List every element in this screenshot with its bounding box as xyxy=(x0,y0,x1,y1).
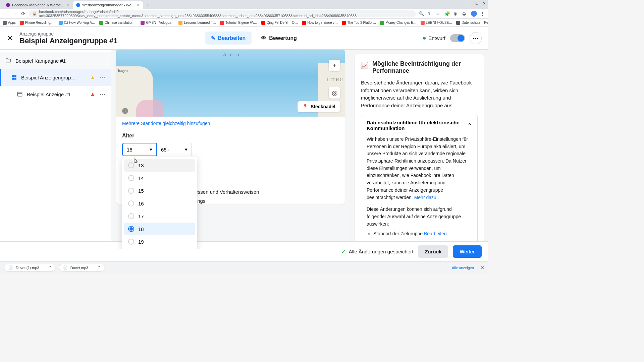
bookmark-item[interactable]: Qing Fei De Yi – O… xyxy=(261,21,298,25)
zoom-in-button[interactable]: + xyxy=(329,60,340,71)
svg-rect-2 xyxy=(12,78,14,80)
main-form: S e a hagen LITHU + ◎ 📍 Stecknadel i Meh… xyxy=(111,50,350,249)
age-option[interactable]: 18 xyxy=(124,223,195,235)
bookmark-item[interactable]: Phone Recycling,… xyxy=(20,21,55,25)
bookmark-item[interactable]: LEE 'S HOUSE… xyxy=(421,21,452,25)
close-icon[interactable]: × xyxy=(66,3,69,7)
age-option[interactable]: 17 xyxy=(124,210,195,223)
bookmark-item[interactable]: (1) How Working A… xyxy=(59,21,95,25)
extension-icon[interactable]: ◉ xyxy=(453,11,459,16)
mode-tabs: ✎ Bearbeiten 👁 Bewertung xyxy=(205,32,303,45)
page-subtitle: Anzeigengruppe xyxy=(19,31,118,37)
map-sea-label: S e a xyxy=(223,52,240,58)
chevron-down-icon: ▾ xyxy=(150,146,152,153)
tab-edit[interactable]: ✎ Bearbeiten xyxy=(205,32,252,45)
profile-avatar[interactable] xyxy=(471,11,477,17)
minimize-icon[interactable]: — xyxy=(468,1,471,6)
tree-item-adset[interactable]: Beispiel Anzeigengrup… ▲ ⋯ xyxy=(0,69,111,86)
back-button[interactable]: Zurück xyxy=(418,245,448,258)
bookmark-item[interactable]: Datenschutz – Re… xyxy=(456,21,488,25)
obscured-text: teressen und Verhaltensweisen xyxy=(183,189,345,195)
age-max-select[interactable]: 65+ ▾ xyxy=(157,143,192,156)
chevron-up-icon[interactable]: ⌃ xyxy=(49,265,52,270)
age-option[interactable]: 14 xyxy=(124,172,195,184)
bookmark-item[interactable]: Tutorial: Eigene FA… xyxy=(220,21,257,25)
map-city-label: hagen xyxy=(118,68,128,73)
age-option[interactable]: 15 xyxy=(124,184,195,197)
tab-label: Werbeanzeigenmanager - We… xyxy=(82,3,135,7)
browser-tab[interactable]: Werbeanzeigenmanager - We… × xyxy=(73,1,143,9)
app-header: ✕ Anzeigengruppe Beispiel Anzeigengruppe… xyxy=(0,27,488,50)
pencil-icon: ✎ xyxy=(211,35,215,41)
warning-icon: ▲ xyxy=(90,74,95,80)
subcard-header[interactable]: Datenschutzrichtlinie für elektronische … xyxy=(361,115,477,136)
share-icon[interactable]: ⇧ xyxy=(427,11,433,16)
ad-icon xyxy=(17,91,23,97)
file-icon: 📄 xyxy=(63,265,68,270)
age-min-select[interactable]: 18 ▾ xyxy=(122,143,157,156)
next-button[interactable]: Weiter xyxy=(453,245,482,258)
location-map[interactable]: S e a hagen LITHU + ◎ 📍 Stecknadel i xyxy=(116,50,345,117)
menu-icon[interactable]: ⋮ xyxy=(480,11,486,16)
url-input[interactable]: 🔒 facebook.com/adsmanager/manage/adsets/… xyxy=(29,10,416,17)
apps-button[interactable]: Apps xyxy=(3,21,16,25)
star-icon[interactable]: ☆ xyxy=(436,11,441,16)
eye-icon: 👁 xyxy=(261,35,266,41)
reload-icon[interactable]: ⟳ xyxy=(20,11,26,17)
radio-icon xyxy=(128,200,134,206)
info-icon[interactable]: i xyxy=(122,108,128,114)
downloads-bar: 📄Duvet (1).mp3⌃ 📄Duvet.mp3⌃ Alle anzeige… xyxy=(0,261,488,274)
download-item[interactable]: 📄Duvet.mp3⌃ xyxy=(59,264,105,272)
tree-item-ad[interactable]: Beispiel Anzeige #1 ▲ ⋯ xyxy=(0,86,111,103)
bookmark-item[interactable]: GMSN - Vologda… xyxy=(141,21,174,25)
bookmark-item[interactable]: How to get more v… xyxy=(302,21,338,25)
bookmark-item[interactable]: Lessons Learned fr… xyxy=(178,21,216,25)
maximize-icon[interactable]: ☐ xyxy=(475,1,479,6)
tree-item-campaign[interactable]: Beispiel Kampagne #1 ⋯ xyxy=(0,52,111,69)
policy-subcard: Datenschutzrichtlinie für elektronische … xyxy=(361,115,478,243)
tree-label: Beispiel Anzeige #1 xyxy=(27,92,86,97)
favicon-icon xyxy=(76,3,80,7)
learn-more-link[interactable]: Mehr dazu xyxy=(414,195,436,200)
tab-review[interactable]: 👁 Bewertung xyxy=(255,32,303,45)
new-tab-button[interactable]: + xyxy=(144,1,151,9)
age-option[interactable]: 13 xyxy=(124,159,195,172)
back-icon[interactable]: ← xyxy=(3,11,9,17)
chevron-up-icon[interactable]: ⌃ xyxy=(98,265,101,270)
right-panel: 📈 Mögliche Beeinträchtigung der Performa… xyxy=(350,50,488,249)
close-icon[interactable]: ✕ xyxy=(480,264,484,271)
saved-status: ✓ Alle Änderungen gespeichert xyxy=(341,248,414,255)
close-icon[interactable]: × xyxy=(137,3,140,7)
campaign-tree: Beispiel Kampagne #1 ⋯ Beispiel Anzeigen… xyxy=(0,50,111,249)
tab-label: Facebook Marketing & Werbe… xyxy=(12,3,64,7)
edit-targeting-link[interactable]: Bearbeiten xyxy=(424,231,447,236)
radio-icon xyxy=(128,226,134,232)
bookmark-item[interactable]: Money Changes E… xyxy=(380,21,416,25)
more-icon[interactable]: ⋯ xyxy=(99,90,105,98)
locate-button[interactable]: ◎ xyxy=(329,87,340,99)
show-all-downloads[interactable]: Alle anzeigen xyxy=(452,266,474,270)
draft-status: Entwurf xyxy=(423,35,445,41)
status-toggle[interactable] xyxy=(450,34,465,42)
age-option[interactable]: 19 xyxy=(124,235,195,248)
extension-icon[interactable]: 🧩 xyxy=(445,11,450,16)
more-menu-button[interactable]: ⋯ xyxy=(470,32,482,44)
browser-tab[interactable]: Facebook Marketing & Werbe… × xyxy=(3,1,72,9)
bookmark-item[interactable]: Chinese translation… xyxy=(99,21,137,25)
extension-icon[interactable]: ◒ xyxy=(462,11,468,16)
bookmark-item[interactable]: The Top 3 Platfor… xyxy=(342,21,376,25)
forward-icon[interactable]: → xyxy=(11,11,17,17)
search-icon[interactable]: 🔍 xyxy=(419,11,424,16)
more-icon[interactable]: ⋯ xyxy=(99,57,105,64)
activity-icon: 📈 xyxy=(361,62,368,69)
pin-button[interactable]: 📍 Stecknadel xyxy=(298,101,340,112)
age-option[interactable]: 16 xyxy=(124,197,195,210)
url-text: facebook.com/adsmanager/manage/adsets/ed… xyxy=(39,10,413,18)
download-item[interactable]: 📄Duvet (1).mp3⌃ xyxy=(4,264,56,272)
close-icon[interactable]: ✕ xyxy=(483,1,486,6)
performance-warning-card: 📈 Mögliche Beeinträchtigung der Performa… xyxy=(355,54,484,249)
multi-location-link[interactable]: Mehrere Standorte gleichzeitig hinzufüge… xyxy=(116,117,345,130)
close-button[interactable]: ✕ xyxy=(7,34,13,43)
more-icon[interactable]: ⋯ xyxy=(99,74,105,81)
age-option[interactable]: 20 xyxy=(124,248,195,249)
